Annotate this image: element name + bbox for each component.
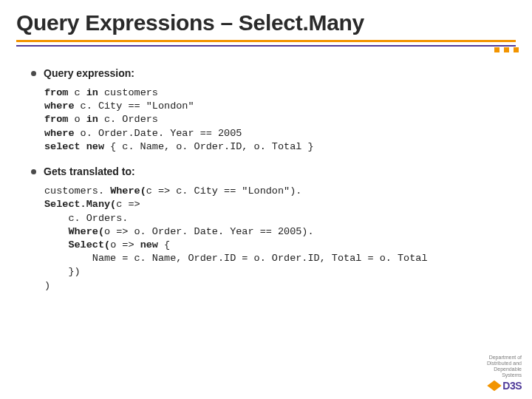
code-text: c => [116,199,140,210]
bullet-1: Query expression: [31,67,501,79]
code-text: c [68,87,86,98]
code-text: c => c. City == "London"). [146,185,302,197]
code-text: }) [44,266,81,277]
slide-title: Query Expressions – Select.Many [0,0,532,40]
kw-from-1: from [44,87,68,98]
code-text: o => [110,239,140,250]
code-block-2: customers. Where(c => c. City == "London… [44,185,501,293]
code-text: o. Order.Date. Year == 2005 [75,128,242,139]
dept-line: Department of [487,355,522,361]
kw-where: Where( [110,185,146,197]
dept-line: Distributed and [487,361,522,366]
kw-in-2: in [86,114,98,125]
decorative-dots [494,47,519,52]
code-text: { [158,239,170,250]
bullet-icon [31,169,36,174]
kw-in-1: in [86,87,98,98]
code-text: ) [44,280,50,291]
bullet-1-text: Query expression: [44,67,134,79]
dept-line: Dependable [487,366,522,372]
code-text: o => o. Order. Date. Year == 2005). [104,226,314,237]
content-area: Query expression: from c in customers wh… [0,47,532,293]
code-text: customers [98,87,158,98]
slide: Query Expressions – Select.Many Query ex… [0,0,532,399]
kw-where-1: where [44,100,75,112]
dept-text: Department of Distributed and Dependable… [487,355,522,378]
bullet-icon [31,71,36,76]
code-text: c. Orders. [44,213,128,224]
code-text: customers. [44,185,110,197]
code-text: { c. Name, o. Order.ID, o. Total } [104,141,314,152]
kw-select-new: select new [44,141,104,152]
kw-where-2: where [44,128,75,139]
cube-icon [488,381,502,392]
code-text: c. Orders [98,114,158,125]
code-text: o [68,114,86,125]
code-block-1: from c in customers where c. City == "Lo… [44,86,501,154]
kw-from-2: from [44,114,68,125]
code-text [44,239,68,250]
bullet-2: Gets translated to: [31,166,501,177]
d3s-text: D3S [502,380,522,392]
dept-line: Systems [487,372,522,378]
kw-where: Where( [68,226,104,237]
d3s-logo: D3S [487,380,522,392]
code-text [44,226,68,237]
kw-selectmany: Select.Many( [44,199,116,210]
bullet-2-text: Gets translated to: [44,166,135,177]
title-underline [16,40,516,47]
kw-new: new [140,239,158,250]
code-text: c. City == "London" [75,100,194,112]
kw-select: Select( [68,239,110,250]
code-text: Name = c. Name, Order.ID = o. Order.ID, … [44,253,427,264]
footer-logo: Department of Distributed and Dependable… [487,355,522,392]
